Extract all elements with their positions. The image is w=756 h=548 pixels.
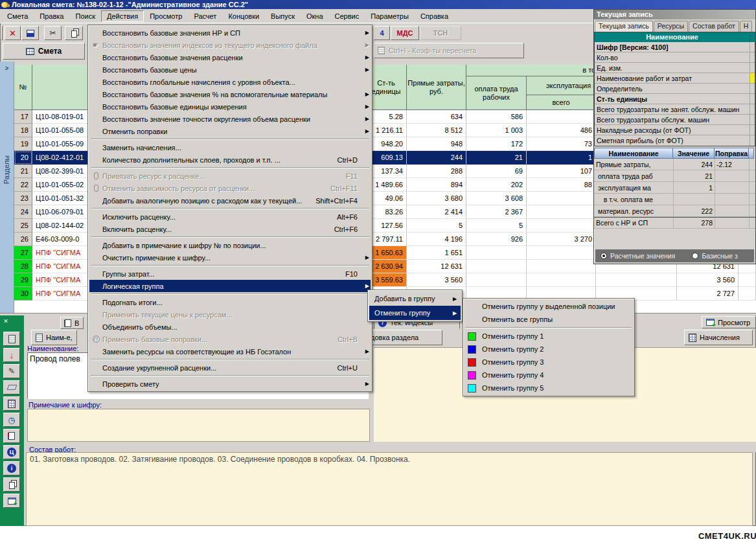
record-value-row[interactable]: эксплуатация ма1 (594, 182, 755, 194)
far-cell[interactable]: 2 727 (677, 287, 739, 301)
tab-section-ending[interactable]: довка раздела (366, 330, 442, 345)
menu-item[interactable]: Объединить объемы... (89, 321, 371, 333)
values-mode-radio[interactable]: Базисные з (692, 252, 737, 260)
menubar-item-1[interactable]: Смета (1, 10, 34, 22)
num-cell[interactable]: 22 (14, 178, 32, 192)
menu-item[interactable]: Подогнать итоги... (89, 296, 371, 308)
num-cell[interactable]: 25 (14, 219, 32, 233)
num-cell[interactable]: 24 (14, 205, 32, 219)
direct-cell[interactable]: 8 512 (407, 124, 466, 137)
menu-item[interactable]: Восстановить базовые значения НР и СП▶ (89, 27, 371, 39)
c7-cell[interactable] (596, 273, 677, 287)
sections-strip[interactable]: > Разделы (0, 62, 14, 313)
menu-item[interactable]: Восстановить базовые единицы измерения▶ (89, 100, 371, 113)
menubar-item-8[interactable]: Выпуск (265, 10, 301, 22)
record-value-row[interactable]: материал. ресурс222 (594, 205, 755, 217)
submenu-item[interactable]: Отменить группу 2 (464, 343, 633, 356)
mach-cell[interactable]: 1 (527, 151, 596, 165)
menubar-item-4[interactable]: Действия (101, 10, 144, 22)
num-cell[interactable]: 21 (14, 165, 32, 178)
code-note-textarea[interactable] (27, 409, 370, 442)
c9-cell[interactable] (739, 287, 756, 301)
menu-item[interactable]: Количество дополнительных слоев, проходо… (89, 154, 371, 166)
submenu-item[interactable]: Отменить все группы (464, 313, 633, 326)
left-tool-merge-docs[interactable] (3, 429, 20, 443)
copy-button[interactable] (65, 26, 83, 40)
cut-button[interactable]: ✂ (44, 26, 62, 40)
tab-smeta[interactable]: Смета (3, 43, 85, 60)
left-tool-edit-note[interactable]: ✎ (3, 364, 20, 378)
record-value-row[interactable]: в т.ч. оплата ме (594, 194, 755, 205)
mach-cell[interactable]: 73 (527, 137, 596, 151)
far-cell[interactable]: 3 560 (677, 273, 739, 287)
submenu-item[interactable]: Отменить группу 1 (464, 330, 633, 343)
record-field-row[interactable]: Определитель (595, 84, 755, 94)
menubar-item-12[interactable]: Справка (415, 10, 454, 22)
toolbar-grip[interactable] (1, 25, 3, 40)
record-value-row[interactable]: Прямые затраты,244-2.12 (594, 159, 755, 170)
record-field-row[interactable]: Шифр [Версия: 4100] (595, 42, 755, 52)
labor-cell[interactable]: 69 (466, 165, 527, 178)
direct-cell[interactable]: 5 (407, 219, 466, 233)
mach-cell[interactable]: 3 270 (527, 233, 596, 246)
mach-cell[interactable] (527, 219, 596, 233)
left-tool-c-circle[interactable]: Ц (3, 445, 20, 459)
num-cell[interactable]: 19 (14, 137, 32, 151)
panel-close-button[interactable]: ✕ (1, 317, 10, 325)
submenu-item[interactable]: Добавить в группу▶ (369, 291, 461, 306)
record-tab-2[interactable]: Ресурсы (654, 21, 688, 32)
sections-expander[interactable]: > (2, 63, 12, 73)
record-field-row[interactable]: Накладные расходы (от ФОТ) (595, 125, 755, 135)
mach-cell[interactable]: 88 (527, 178, 596, 192)
left-tool-window-add[interactable] (3, 494, 20, 508)
direct-cell[interactable]: 244 (407, 151, 466, 165)
num-cell[interactable]: 28 (14, 260, 32, 273)
num-cell[interactable]: 18 (14, 124, 32, 137)
menubar-item-3[interactable]: Поиск (69, 10, 100, 22)
menu-item[interactable]: Восстановить глобальные начисления с уро… (89, 76, 371, 88)
recalc-coefficients-button[interactable]: Ctrl+I - Коэф-ты пересчета (374, 43, 524, 58)
labor-cell[interactable]: 2 367 (466, 205, 527, 219)
submenu-item[interactable]: Отменить группу▶ (369, 306, 461, 320)
labor-cell[interactable]: 1 003 (466, 124, 527, 137)
menubar-item-6[interactable]: Расчет (188, 10, 222, 22)
direct-cell[interactable]: 1 651 (407, 246, 466, 260)
left-tool-eraser[interactable] (3, 380, 20, 394)
direct-cell[interactable]: 3 560 (407, 273, 466, 287)
labor-cell[interactable]: 5 (466, 219, 527, 233)
menubar-item-5[interactable]: Просмотр (144, 10, 188, 22)
menu-item[interactable]: Заменить ресурсы на соответствующие из Н… (89, 345, 371, 358)
menu-item[interactable]: Применить текущие цены к ресурсам... (89, 308, 371, 321)
menu-item[interactable]: Добавить аналогичную позицию с расходом … (89, 194, 371, 207)
tab-name-units[interactable]: Наим-е, (31, 330, 77, 345)
direct-cell[interactable]: 894 (407, 178, 466, 192)
record-tab-4[interactable]: Н (740, 21, 753, 32)
num-cell[interactable]: 30 (14, 287, 32, 301)
menu-item[interactable]: Проверить смету▶ (89, 378, 371, 390)
record-tab-1[interactable]: Текущая запись (595, 21, 653, 32)
num-cell[interactable]: 29 (14, 273, 32, 287)
direct-cell[interactable]: 948 (407, 137, 466, 151)
tab-accruals[interactable]: Начисления (684, 330, 753, 345)
mach-cell[interactable]: 486 (527, 124, 596, 137)
left-tool-info[interactable]: i (3, 461, 20, 475)
labor-cell[interactable]: 926 (466, 233, 527, 246)
menu-item[interactable]: Очистить примечание к шифру...▶ (89, 251, 371, 264)
num-cell[interactable]: 20 (14, 151, 32, 165)
mach-cell[interactable] (527, 205, 596, 219)
menu-item[interactable]: Привязать ресурс к расценке...F11 (89, 170, 371, 182)
left-tool-clock[interactable]: ◷ (3, 413, 20, 427)
labor-cell[interactable]: 202 (466, 178, 527, 192)
menubar-item-7[interactable]: Концовки (222, 10, 265, 22)
menu-item[interactable]: Восстановить базовые значения расценки▶ (89, 51, 371, 63)
menu-item[interactable]: Заменить начисления... (89, 141, 371, 154)
num-cell[interactable]: 27 (14, 246, 32, 260)
menu-item[interactable]: Включить расценку...Ctrl+F6 (89, 223, 371, 235)
record-field-row[interactable]: Наименование работ и затрат (595, 73, 755, 84)
works-textarea[interactable]: 01. Заготовка проводов. 02. Затягивание … (26, 452, 753, 526)
labor-cell[interactable] (466, 273, 527, 287)
num-cell[interactable]: 23 (14, 192, 32, 205)
record-value-row[interactable]: Всего с НР и СП278 (594, 217, 755, 229)
labor-cell[interactable] (466, 246, 527, 260)
menu-item[interactable]: Восстановить базовые цены▶ (89, 63, 371, 76)
